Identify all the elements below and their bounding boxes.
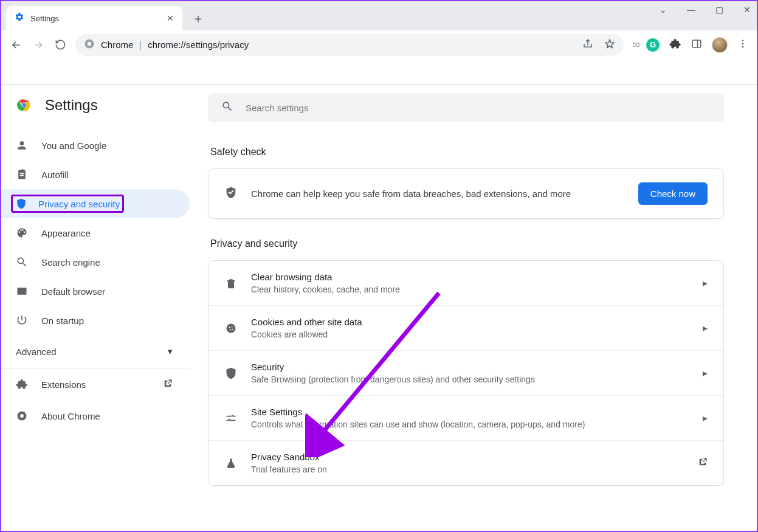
safety-check-text: Chrome can help keep you safe from data …	[251, 188, 625, 199]
row-title: Security	[251, 362, 689, 372]
open-external-icon	[163, 379, 173, 390]
settings-search[interactable]	[208, 93, 724, 122]
bookmark-star-icon[interactable]	[604, 38, 615, 51]
search-icon	[16, 256, 28, 268]
sidebar-item-label: Privacy and security	[38, 199, 120, 209]
chevron-right-icon: ▸	[703, 412, 708, 424]
sidebar-item-autofill[interactable]: Autofill	[1, 160, 190, 189]
svg-point-16	[232, 328, 233, 330]
side-panel-icon[interactable]	[691, 38, 702, 52]
sidebar-item-extensions[interactable]: Extensions	[1, 368, 190, 400]
row-subtitle: Safe Browsing (protection from dangerous…	[251, 375, 689, 384]
row-site-settings[interactable]: Site Settings Controls what information …	[208, 395, 723, 440]
sidebar-item-you-and-google[interactable]: You and Google	[1, 131, 190, 160]
new-tab-button[interactable]: ＋	[190, 10, 207, 27]
flask-icon	[224, 457, 238, 469]
sidebar-advanced-toggle[interactable]: Advanced ▾	[1, 335, 190, 368]
sidebar-item-default-browser[interactable]: Default browser	[1, 277, 190, 306]
svg-rect-2	[692, 40, 701, 47]
chrome-grey-icon	[16, 410, 28, 422]
sidebar-item-on-startup[interactable]: On startup	[1, 306, 190, 335]
grammarly-extension-icon[interactable]: G	[646, 38, 660, 52]
person-icon	[16, 139, 28, 151]
safety-check-card: Chrome can help keep you safe from data …	[208, 168, 724, 219]
window-minimize-icon[interactable]: —	[685, 5, 697, 15]
profile-avatar[interactable]	[712, 37, 728, 53]
chrome-logo-icon	[16, 97, 33, 114]
settings-brand: Settings	[1, 97, 190, 131]
chevron-right-icon: ▸	[703, 367, 708, 379]
row-clear-browsing-data[interactable]: Clear browsing data Clear history, cooki…	[208, 261, 723, 305]
sliders-icon	[224, 412, 238, 424]
settings-search-input[interactable]	[246, 103, 711, 113]
linked-rings-icon[interactable]: ∞	[632, 38, 636, 51]
check-now-button[interactable]: Check now	[638, 182, 708, 205]
chrome-icon	[84, 38, 95, 51]
privacy-section-title: Privacy and security	[210, 238, 724, 249]
svg-point-12	[227, 323, 236, 333]
sidebar-item-label: Autofill	[41, 170, 69, 180]
sidebar-item-label: Default browser	[41, 286, 105, 297]
advanced-label: Advanced	[16, 347, 57, 357]
window-close-icon[interactable]: ✕	[741, 5, 753, 15]
url-prefix: Chrome	[101, 40, 133, 50]
share-icon[interactable]	[582, 38, 593, 51]
chevron-down-icon[interactable]: ⌄	[657, 5, 669, 15]
sidebar-item-label: About Chrome	[41, 411, 100, 421]
svg-point-15	[230, 329, 231, 330]
address-bar[interactable]: Chrome | chrome://settings/privacy	[75, 34, 624, 56]
row-title: Clear browsing data	[251, 272, 689, 282]
svg-point-1	[88, 42, 91, 46]
settings-title: Settings	[45, 97, 98, 114]
browser-toolbar: Chrome | chrome://settings/privacy ∞ G	[1, 30, 757, 60]
sidebar-item-appearance[interactable]: Appearance	[1, 218, 190, 247]
chevron-right-icon: ▸	[703, 277, 708, 289]
sidebar-item-label: Appearance	[41, 228, 91, 238]
row-subtitle: Controls what information sites can use …	[251, 420, 689, 429]
clipboard-icon	[16, 168, 28, 181]
sidebar-item-about-chrome[interactable]: About Chrome	[1, 400, 190, 432]
url-text: chrome://settings/privacy	[148, 40, 249, 50]
settings-sidebar: Settings You and Google Autofill Privacy…	[1, 85, 190, 531]
sidebar-item-label: You and Google	[41, 140, 106, 151]
privacy-list-card: Clear browsing data Clear history, cooki…	[208, 260, 724, 486]
row-subtitle: Cookies are allowed	[251, 330, 689, 339]
svg-point-6	[742, 46, 744, 47]
palette-icon	[16, 227, 28, 239]
back-icon[interactable]	[10, 38, 23, 52]
tab-strip: Settings ✕ ＋ ⌄ — ▢ ✕	[1, 1, 757, 30]
safety-check-title: Safety check	[210, 147, 724, 157]
row-title: Cookies and other site data	[251, 317, 689, 327]
kebab-menu-icon[interactable]	[737, 38, 748, 52]
sidebar-item-search-engine[interactable]: Search engine	[1, 247, 190, 277]
row-title: Site Settings	[251, 407, 689, 417]
search-icon	[221, 100, 233, 115]
svg-point-9	[22, 103, 26, 107]
shield-check-icon	[224, 186, 238, 202]
tab-close-icon[interactable]: ✕	[167, 13, 174, 23]
row-subtitle: Trial features are on	[251, 465, 684, 474]
extensions-puzzle-icon[interactable]	[669, 38, 681, 52]
browser-tab[interactable]: Settings ✕	[6, 6, 182, 30]
row-cookies[interactable]: Cookies and other site data Cookies are …	[208, 305, 723, 350]
settings-gear-icon	[15, 12, 24, 24]
caret-down-icon: ▾	[168, 346, 173, 357]
sidebar-item-label: On startup	[41, 316, 84, 326]
window-controls: ⌄ — ▢ ✕	[657, 5, 753, 15]
separator: |	[139, 40, 142, 50]
svg-point-5	[742, 43, 744, 44]
row-security[interactable]: Security Safe Browsing (protection from …	[208, 350, 723, 395]
sidebar-item-label: Extensions	[41, 379, 86, 390]
tab-title: Settings	[30, 14, 160, 23]
power-icon	[16, 314, 28, 326]
reload-icon[interactable]	[53, 38, 67, 52]
svg-point-11	[20, 414, 24, 418]
sidebar-item-label: Search engine	[41, 257, 100, 268]
row-subtitle: Clear history, cookies, cache, and more	[251, 285, 689, 294]
browser-window-icon	[16, 285, 28, 297]
forward-icon[interactable]	[32, 38, 45, 52]
row-privacy-sandbox[interactable]: Privacy Sandbox Trial features are on	[208, 440, 723, 485]
sidebar-item-privacy-security[interactable]: Privacy and security	[1, 189, 190, 218]
svg-point-4	[742, 40, 744, 41]
window-maximize-icon[interactable]: ▢	[713, 5, 725, 15]
